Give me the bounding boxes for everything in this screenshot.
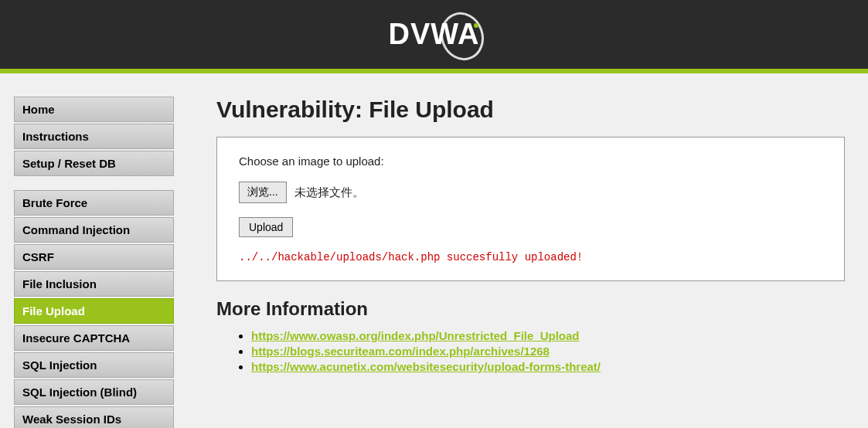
upload-button[interactable]: Upload (239, 217, 293, 237)
sidebar-item-home[interactable]: Home (14, 97, 174, 122)
sidebar-item-setup[interactable]: Setup / Reset DB (14, 151, 174, 176)
list-item: https://blogs.securiteam.com/index.php/a… (251, 345, 845, 358)
sidebar-item-brute-force[interactable]: Brute Force (14, 190, 174, 216)
upload-form: Choose an image to upload: 浏览... 未选择文件。 … (216, 137, 845, 281)
browse-button[interactable]: 浏览... (239, 182, 287, 203)
more-info-links: https://www.owasp.org/index.php/Unrestri… (216, 329, 845, 374)
info-link[interactable]: https://www.acunetix.com/websitesecurity… (251, 360, 601, 373)
upload-result-message: ../../hackable/uploads/hack.php succesfu… (239, 251, 822, 263)
header: DVWA (0, 0, 868, 73)
sidebar-item-file-inclusion[interactable]: File Inclusion (14, 271, 174, 297)
logo-text: DVWA (389, 18, 480, 51)
info-link[interactable]: https://blogs.securiteam.com/index.php/a… (251, 345, 550, 358)
logo: DVWA (389, 18, 480, 51)
info-link[interactable]: https://www.owasp.org/index.php/Unrestri… (251, 329, 580, 342)
sidebar-item-csrf[interactable]: CSRF (14, 244, 174, 270)
sidebar-item-insecure-captcha[interactable]: Insecure CAPTCHA (14, 325, 174, 351)
sidebar-item-weak-session-ids[interactable]: Weak Session IDs (14, 406, 174, 428)
upload-label: Choose an image to upload: (239, 155, 822, 168)
more-info-title: More Information (216, 298, 845, 320)
sidebar-item-sql-injection-blind[interactable]: SQL Injection (Blind) (14, 379, 174, 405)
main-content: Vulnerability: File Upload Choose an ima… (174, 97, 868, 428)
file-status-text: 未选择文件。 (294, 185, 364, 200)
sidebar-item-file-upload[interactable]: File Upload (14, 298, 174, 324)
sidebar: HomeInstructionsSetup / Reset DB Brute F… (0, 97, 174, 428)
list-item: https://www.owasp.org/index.php/Unrestri… (251, 329, 845, 343)
sidebar-item-instructions[interactable]: Instructions (14, 124, 174, 149)
page-title: Vulnerability: File Upload (216, 97, 845, 123)
sidebar-item-command-injection[interactable]: Command Injection (14, 217, 174, 243)
list-item: https://www.acunetix.com/websitesecurity… (251, 360, 845, 374)
sidebar-item-sql-injection[interactable]: SQL Injection (14, 352, 174, 378)
